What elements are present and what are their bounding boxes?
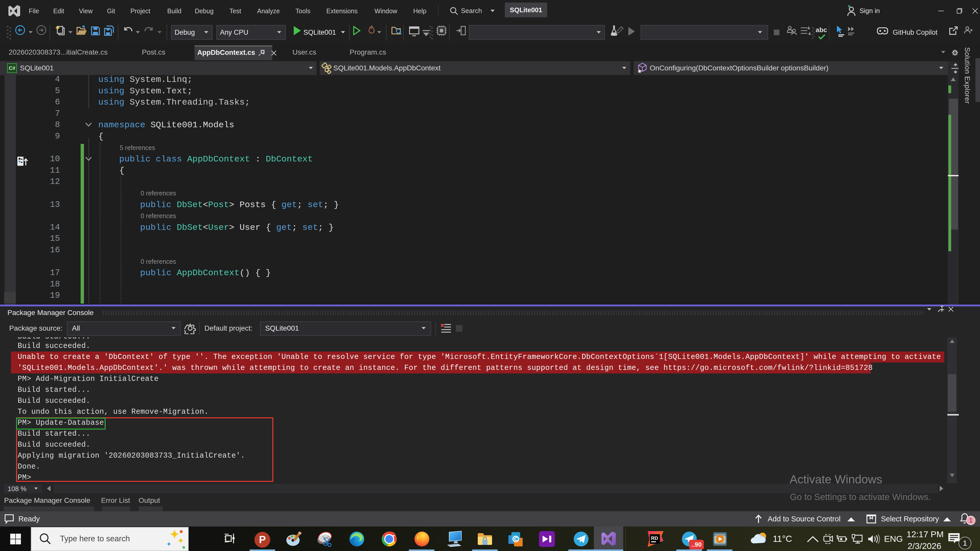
svg-text:RD: RD [651, 535, 658, 541]
